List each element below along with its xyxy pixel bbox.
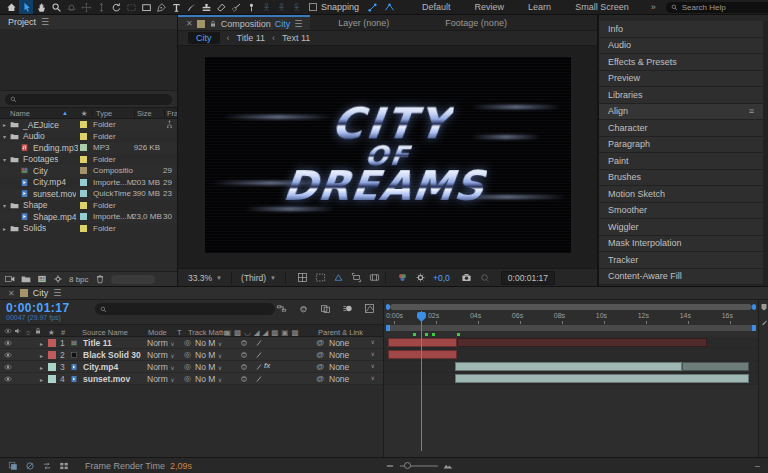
toggle-mask-icon[interactable] [315, 272, 326, 283]
eraser-tool[interactable] [214, 0, 228, 14]
sidebar-panel-content-aware-fill[interactable]: Content-Aware Fill [599, 269, 763, 286]
audio-toggle[interactable] [14, 339, 22, 347]
label-column-icon[interactable]: ★ [76, 109, 92, 118]
sidebar-panel-motion-sketch[interactable]: Motion Sketch [599, 186, 763, 203]
sidebar-panel-libraries[interactable]: Libraries [599, 87, 763, 104]
label-swatch[interactable] [80, 121, 87, 128]
twirl-icon[interactable]: ▾ [0, 202, 9, 209]
breadcrumb-item[interactable]: Title 11 [237, 33, 266, 43]
shy-switch[interactable] [240, 363, 248, 373]
project-row[interactable]: ▾ShapeFolder [0, 200, 177, 212]
work-area-bar[interactable] [386, 325, 756, 331]
graph-editor-icon[interactable] [364, 303, 375, 314]
sidebar-panel-tracker[interactable]: Tracker [599, 252, 763, 269]
layer-duration-bar[interactable] [457, 338, 707, 347]
flow-status-icon[interactable] [42, 461, 52, 471]
bit-depth-label[interactable]: 8 bpc [69, 275, 89, 284]
bone-tool[interactable] [289, 0, 303, 14]
sidebar-scrollbar[interactable] [763, 21, 768, 286]
keyframe-marker[interactable] [425, 333, 428, 336]
timeline-h-scrollbar[interactable] [386, 304, 756, 310]
twirl-icon[interactable]: ▸ [0, 121, 9, 128]
project-search-input[interactable] [5, 94, 172, 105]
pixel-aspect-icon[interactable] [369, 272, 380, 283]
label-swatch[interactable] [80, 144, 87, 151]
sidebar-panel-align[interactable]: Align≡ [599, 104, 763, 121]
track-matte-picker-icon[interactable]: ◎ [184, 374, 191, 383]
panel-menu-icon[interactable]: ☰ [41, 17, 49, 27]
project-row[interactable]: City.mp4Importe...MEX203 MB29 [0, 177, 177, 189]
layer-name[interactable]: Black Solid 30 [83, 350, 141, 360]
time-ruler[interactable]: 0:00s02s04s06s08s10s12s14s16s [384, 311, 758, 324]
workspace-default[interactable]: Default [422, 2, 451, 12]
preview-timecode[interactable]: 0:00:01:17 [501, 271, 555, 285]
zoom-slider-track[interactable] [400, 465, 438, 467]
hand-tool[interactable] [34, 0, 48, 14]
column-name[interactable]: Name [0, 109, 62, 118]
audio-toggle[interactable] [14, 351, 22, 359]
track-matte-dropdown[interactable]: No M ∨ [195, 338, 222, 348]
zoom-in-mountain-icon[interactable] [443, 461, 453, 471]
home-tool[interactable] [4, 0, 18, 14]
layer-row-3[interactable]: ▸3City.mp4Norm ∨◎No M ∨fx@None∨ [0, 361, 383, 373]
column-track-matte[interactable]: Track Matte [188, 328, 227, 337]
pick-whip-icon[interactable]: @ [316, 362, 324, 371]
playhead-line[interactable] [421, 311, 422, 451]
zoom-slider-knob[interactable] [404, 462, 411, 469]
stamp-tool[interactable] [199, 0, 213, 14]
snap-node-tool[interactable] [365, 0, 379, 14]
keyframe-marker[interactable] [432, 333, 435, 336]
mode-dropdown[interactable]: Norm ∨ [147, 362, 175, 372]
panel-menu-icon[interactable]: ≡ [749, 106, 754, 116]
project-row[interactable]: ▸_AEJuiceFolder [0, 119, 177, 131]
solo-toggle[interactable] [24, 339, 32, 347]
search-help-input[interactable]: Search Help [666, 2, 768, 13]
keyframe-marker[interactable] [457, 333, 460, 336]
layer-name[interactable]: sunset.mov [83, 374, 130, 384]
track-matte-dropdown[interactable]: No M ∨ [195, 350, 222, 360]
region-of-interest-icon[interactable] [351, 272, 362, 283]
mode-dropdown[interactable]: Norm ∨ [147, 338, 175, 348]
marquee-tool[interactable] [124, 0, 138, 14]
layer-duration-bar[interactable] [682, 362, 749, 371]
project-row[interactable]: ▾FootagesFolder [0, 154, 177, 166]
close-icon[interactable]: ✕ [186, 19, 193, 28]
project-row[interactable]: ▾AudioFolder [0, 131, 177, 143]
eye-icon[interactable] [4, 363, 12, 371]
label-swatch[interactable] [80, 202, 87, 209]
workspace-review[interactable]: Review [475, 2, 505, 12]
timeline-graph-area[interactable]: 0:00s02s04s06s08s10s12s14s16s [383, 300, 758, 457]
timeline-zoom-control[interactable] [385, 461, 453, 471]
sidebar-panel-wiggler[interactable]: Wiggler [599, 219, 763, 236]
label-swatch[interactable] [48, 351, 56, 359]
layer-name[interactable]: Title 11 [83, 338, 112, 348]
pick-whip-icon[interactable]: @ [316, 338, 324, 347]
bone-tool[interactable] [259, 0, 273, 14]
label-swatch[interactable] [80, 133, 87, 140]
label-swatch[interactable] [48, 363, 56, 371]
column-type[interactable]: Type [92, 109, 134, 118]
track-matte-dropdown[interactable]: No M ∨ [195, 362, 222, 372]
breadcrumb-item[interactable]: Text 11 [282, 33, 310, 43]
track-matte-picker-icon[interactable]: ◎ [184, 350, 191, 359]
label-swatch[interactable] [80, 156, 87, 163]
scroll-minus-icon[interactable]: – [755, 461, 760, 471]
shy-switch[interactable] [240, 339, 248, 349]
grid-status-icon[interactable] [59, 461, 69, 471]
layer-name[interactable]: City.mp4 [83, 362, 118, 372]
shy-switch[interactable] [240, 375, 248, 385]
solo-toggle[interactable] [24, 363, 32, 371]
comp-button-icon[interactable] [760, 319, 768, 327]
sidebar-panel-effects-presets[interactable]: Effects & Presets [599, 54, 763, 71]
twirl-icon[interactable]: ▸ [40, 364, 43, 371]
column-size[interactable]: Size [134, 109, 164, 118]
timeline-search-input[interactable] [95, 303, 275, 315]
tab-layer[interactable]: Layer (none) [310, 18, 417, 28]
timeline-tab-label[interactable]: City [33, 288, 49, 298]
toggle-transparency-icon[interactable] [333, 272, 344, 283]
twirl-icon[interactable]: ▸ [0, 225, 9, 232]
layer-duration-bar[interactable] [455, 362, 682, 371]
label-swatch[interactable] [80, 225, 87, 232]
tab-footage[interactable]: Footage (none) [417, 18, 535, 28]
panel-menu-icon[interactable]: ☰ [294, 19, 302, 29]
